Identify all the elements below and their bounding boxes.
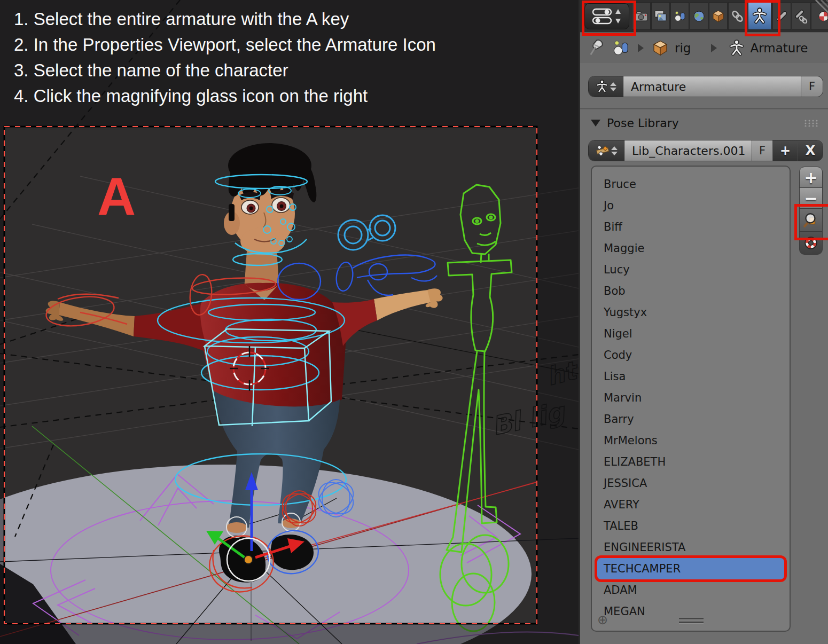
list-resize-grip[interactable] bbox=[679, 618, 704, 625]
unlink-action-button[interactable]: X bbox=[798, 140, 823, 161]
pose-library-datablock-field: Lib_Characters.001 F + X bbox=[588, 140, 823, 161]
pose-list-item[interactable]: Lisa bbox=[592, 366, 790, 387]
bone-icon bbox=[775, 9, 789, 23]
action-datablock-browse[interactable] bbox=[589, 140, 624, 161]
breadcrumb-arrow-icon bbox=[711, 44, 717, 52]
tab-bone-constraints[interactable] bbox=[792, 2, 810, 30]
pose-list: BruceJoBiffMaggieLucyBobYugstyxNigelCody… bbox=[591, 166, 791, 632]
pose-list-item-selected[interactable]: TECHCAMPER bbox=[597, 558, 784, 579]
breadcrumb: rig Armature bbox=[580, 32, 828, 63]
collapse-triangle-icon[interactable] bbox=[591, 120, 600, 127]
pose-library-name-input[interactable]: Lib_Characters.001 bbox=[624, 140, 752, 161]
pose-list-item[interactable]: TALEB bbox=[592, 515, 790, 537]
tab-object-constraints[interactable] bbox=[728, 2, 747, 30]
object-cube-icon bbox=[711, 9, 725, 23]
armature-icon bbox=[596, 79, 608, 94]
pose-list-item[interactable]: ELIZABETH bbox=[592, 451, 790, 473]
pose-library-panel-header[interactable]: Pose Library bbox=[580, 112, 828, 133]
pose-list-item[interactable]: AVERY bbox=[592, 494, 790, 515]
pose-list-item[interactable]: Jo bbox=[592, 195, 790, 216]
pose-list-item[interactable]: MrMelons bbox=[592, 430, 790, 451]
tab-scene[interactable] bbox=[670, 2, 689, 30]
properties-editor-icon bbox=[591, 7, 623, 26]
instruction-step: 2. In the Properties Viewport, select th… bbox=[14, 32, 436, 58]
pose-list-item[interactable]: Marvin bbox=[592, 387, 790, 409]
hotkey-label: A bbox=[97, 170, 136, 223]
panel-separator bbox=[580, 108, 828, 110]
breadcrumb-object-name[interactable]: rig bbox=[675, 41, 691, 55]
pin-icon[interactable] bbox=[588, 38, 606, 58]
browse-pose-button[interactable] bbox=[799, 208, 823, 232]
corner-decoration bbox=[808, 0, 828, 18]
pose-list-item[interactable]: ENGINEERISTA bbox=[592, 537, 790, 558]
instruction-step: 4. Click the magnifying glass icon on th… bbox=[14, 83, 436, 109]
pose-list-item[interactable]: Maggie bbox=[592, 238, 790, 259]
render-layers-icon bbox=[653, 9, 668, 23]
fake-user-button[interactable]: F bbox=[801, 76, 823, 97]
instruction-step: 1. Select the entire armature with the A… bbox=[14, 6, 436, 32]
breadcrumb-data-name[interactable]: Armature bbox=[750, 41, 808, 55]
tab-world[interactable] bbox=[690, 2, 708, 30]
panel-title: Pose Library bbox=[607, 116, 679, 130]
datablock-spinner[interactable] bbox=[610, 82, 616, 91]
pose-list-item[interactable]: Bob bbox=[592, 280, 790, 302]
armature-datablock-browse[interactable] bbox=[589, 76, 623, 97]
new-action-button[interactable]: + bbox=[772, 140, 798, 161]
object-cube-icon bbox=[651, 39, 669, 57]
pose-list-item[interactable]: ADAM bbox=[592, 579, 790, 601]
tab-armature-data[interactable] bbox=[748, 2, 771, 30]
pose-list-item[interactable]: JESSICA bbox=[592, 473, 790, 494]
action-icon bbox=[596, 144, 610, 158]
pose-list-footer: ⊕ bbox=[591, 611, 791, 630]
instruction-step: 3. Select the name of the character bbox=[14, 58, 436, 83]
pose-list-item[interactable]: Nigel bbox=[592, 323, 790, 344]
editor-type-selector[interactable] bbox=[584, 3, 629, 29]
pose-list-item[interactable]: Lucy bbox=[592, 259, 790, 280]
instructions-overlay: 1. Select the entire armature with the A… bbox=[14, 6, 436, 109]
pose-list-item[interactable]: Yugstyx bbox=[592, 302, 790, 323]
magnifying-glass-icon bbox=[803, 211, 819, 229]
fake-user-button[interactable]: F bbox=[752, 140, 772, 161]
scene-data-icon bbox=[611, 38, 630, 58]
lifebuoy-icon bbox=[803, 235, 819, 251]
armature-icon bbox=[729, 39, 745, 57]
breadcrumb-arrow-icon bbox=[638, 44, 644, 52]
world-icon bbox=[692, 9, 706, 23]
properties-panel: rig Armature Armature F bbox=[579, 0, 828, 644]
tab-object[interactable] bbox=[709, 2, 728, 30]
scene-icon bbox=[673, 9, 687, 23]
pose-list-item[interactable]: Bruce bbox=[592, 174, 790, 195]
armature-icon bbox=[752, 7, 768, 25]
circle-plus-icon[interactable]: ⊕ bbox=[597, 612, 608, 627]
chain-link-icon bbox=[730, 9, 745, 23]
sanitize-pose-button[interactable] bbox=[799, 231, 823, 255]
blender-window: hts Bl lig bbox=[0, 0, 828, 644]
camera-icon bbox=[634, 9, 649, 23]
armature-name-input[interactable]: Armature bbox=[623, 76, 801, 97]
remove-pose-button[interactable]: − bbox=[799, 187, 823, 209]
datablock-spinner[interactable] bbox=[611, 146, 618, 155]
add-pose-button[interactable]: + bbox=[799, 167, 823, 188]
armature-datablock-field: Armature F bbox=[588, 76, 823, 97]
tab-bone[interactable] bbox=[772, 2, 791, 30]
bone-constraint-icon bbox=[794, 9, 808, 23]
3d-viewport[interactable]: hts Bl lig bbox=[0, 0, 579, 644]
pose-list-item[interactable]: Barry bbox=[592, 409, 790, 430]
pose-list-item[interactable]: Biff bbox=[592, 216, 790, 238]
panel-drag-grip-icon[interactable] bbox=[804, 119, 820, 127]
pose-list-item[interactable]: Cody bbox=[592, 344, 790, 366]
tab-render[interactable] bbox=[632, 2, 651, 30]
tab-render-layers[interactable] bbox=[651, 2, 670, 30]
properties-tab-bar bbox=[580, 0, 828, 32]
